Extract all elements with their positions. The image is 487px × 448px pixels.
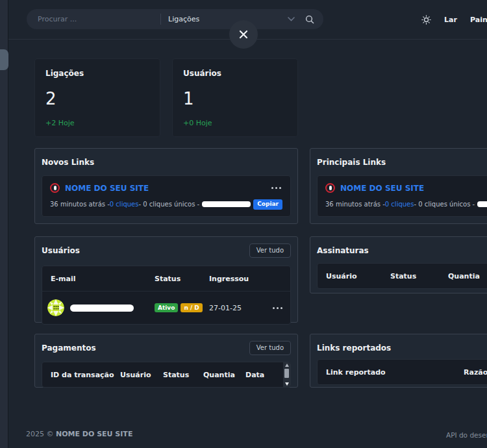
panel-title: Assinaturas (317, 243, 487, 255)
column-amount: Quantia (448, 272, 487, 280)
close-button[interactable] (229, 20, 258, 49)
panel-usuarios: Usuários Ver tudo E-mail Status Ingresso… (34, 236, 298, 323)
link-meta: 36 minutos atrás - 0 cliques - 0 cliques… (50, 199, 282, 210)
plan-badge: n / D (181, 303, 202, 312)
link-site-name[interactable]: NOME DO SEU SITE (65, 184, 265, 193)
user-avatar (47, 299, 64, 316)
stat-value: 2 (45, 89, 149, 108)
redacted-email (70, 305, 134, 312)
panel-title: Links reportados (317, 341, 487, 353)
redacted-url (202, 201, 251, 207)
panel-title: Usuários (42, 243, 80, 255)
panel-links-reportados: Links reportados Link reportado Razão (310, 334, 487, 388)
link-meta-time: 36 minutos atrás - (325, 201, 385, 208)
stat-value: 1 (183, 89, 287, 108)
link-item[interactable]: NOME DO SEU SITE 36 minutos atrás - 0 cl… (42, 175, 291, 217)
footer-brand: NOME DO SEU SITE (56, 430, 132, 438)
more-options-icon[interactable] (271, 306, 290, 310)
table-header-row: Usuário Status Quantia (318, 264, 487, 288)
column-status: Status (390, 272, 448, 280)
footer-year: 2025 © (26, 430, 56, 438)
search-input[interactable] (27, 15, 151, 23)
panel-title: Novos Links (42, 155, 291, 167)
copy-button[interactable]: Copiar (253, 199, 282, 210)
stat-delta: +0 Hoje (183, 119, 287, 127)
x-icon (238, 29, 249, 40)
link-clicks[interactable]: 0 cliques (110, 201, 139, 208)
search-category-value[interactable]: Ligações (168, 15, 288, 23)
sidebar (0, 0, 8, 448)
table-row[interactable]: Ativo n / D 27-01-25 (42, 291, 290, 324)
joined-date: 27-01-25 (209, 304, 271, 312)
header-nav: Lar Painel (421, 0, 487, 39)
link-meta-unique: - 0 cliques únicos - (138, 201, 199, 208)
status-badge: Ativo (155, 303, 178, 312)
table-scrollbar[interactable] (283, 362, 290, 387)
column-email: E-mail (51, 275, 155, 283)
column-reason: Razão (464, 368, 487, 377)
column-transaction-id: ID da transação (51, 371, 120, 379)
link-site-name[interactable]: NOME DO SEU SITE (340, 184, 487, 193)
view-all-users-button[interactable]: Ver tudo (249, 243, 291, 258)
column-user: Usuário (326, 272, 390, 280)
more-options-icon[interactable] (270, 186, 282, 190)
payments-table: ID da transação Usuário Status Quantia D… (42, 362, 291, 388)
panel-title: Pagamentos (42, 341, 96, 353)
redacted-url (477, 201, 487, 207)
stat-delta: +2 Hoje (45, 119, 149, 127)
link-item[interactable]: NOME DO SEU SITE 36 minutos atrás - 0 cl… (317, 175, 487, 217)
theme-toggle-sun-icon[interactable] (421, 15, 431, 25)
scrollbar-thumb[interactable] (284, 369, 289, 378)
search-icon[interactable] (305, 15, 314, 24)
table-header-row: ID da transação Usuário Status Quantia D… (42, 362, 290, 387)
link-meta: 36 minutos atrás - 0 cliques - 0 cliques… (325, 199, 487, 210)
table-header-row: Link reportado Razão (318, 360, 487, 384)
footer-api-link[interactable]: API do desenvolvedor (446, 431, 487, 439)
reported-links-table: Link reportado Razão (317, 359, 487, 385)
panel-assinaturas: Assinaturas Usuário Status Quantia (310, 236, 487, 293)
subscriptions-table: Usuário Status Quantia (317, 263, 487, 289)
scroll-up-icon[interactable] (285, 364, 289, 367)
column-status: Status (163, 371, 203, 379)
site-favicon-icon (50, 183, 60, 193)
column-amount: Quantia (203, 371, 245, 379)
view-all-payments-button[interactable]: Ver tudo (249, 341, 291, 355)
footer-copyright: 2025 © NOME DO SEU SITE (26, 430, 132, 438)
link-meta-time: 36 minutos atrás - (50, 201, 110, 208)
panel-principais-links: Principais Links NOME DO SEU SITE 36 min… (310, 148, 487, 224)
users-table: E-mail Status Ingressou (42, 266, 291, 325)
panel-title: Principais Links (317, 155, 487, 167)
stat-card-links: Ligações 2 +2 Hoje (34, 58, 160, 137)
column-user: Usuário (120, 371, 163, 379)
column-joined: Ingressou (209, 275, 271, 283)
site-favicon-icon (325, 183, 335, 193)
stat-title: Usuários (183, 69, 287, 78)
panel-pagamentos: Pagamentos Ver tudo ID da transação Usuá… (34, 334, 298, 388)
column-status: Status (155, 275, 209, 283)
search-bar[interactable]: Ligações (27, 9, 323, 29)
column-reported-link: Link reportado (326, 368, 464, 377)
panel-novos-links: Novos Links NOME DO SEU SITE 36 minutos … (34, 148, 298, 224)
nav-link-home[interactable]: Lar (444, 16, 457, 24)
chevron-down-icon[interactable] (288, 17, 295, 21)
stat-title: Ligações (45, 69, 149, 78)
link-meta-unique: - 0 cliques únicos - (414, 201, 475, 208)
link-clicks[interactable]: 0 cliques (385, 201, 414, 208)
nav-link-panel[interactable]: Painel (470, 16, 487, 24)
table-header-row: E-mail Status Ingressou (42, 266, 290, 291)
search-divider (160, 14, 161, 25)
stat-card-users: Usuários 1 +0 Hoje (172, 58, 298, 137)
sidebar-active-item-indicator[interactable] (0, 49, 8, 70)
scroll-down-icon[interactable] (285, 382, 289, 386)
